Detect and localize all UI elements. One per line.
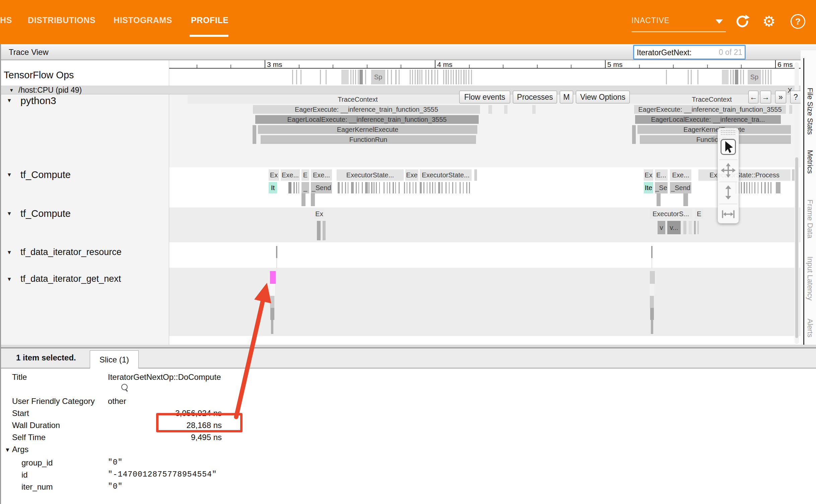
trace-event-stripe[interactable] bbox=[683, 221, 686, 234]
trace-event-stripe[interactable] bbox=[410, 70, 411, 84]
trace-event-stripe[interactable]: Sp bbox=[748, 70, 761, 84]
trace-event-stripe[interactable] bbox=[425, 70, 426, 84]
collapse-triangle-icon[interactable]: ▾ bbox=[8, 275, 11, 283]
scrollbar-thumb[interactable] bbox=[795, 157, 798, 338]
toolbar-button-view-options[interactable]: View Options bbox=[576, 91, 630, 103]
trace-slice[interactable]: It bbox=[269, 182, 277, 193]
trace-slice[interactable]: v bbox=[658, 221, 665, 234]
trace-event-stripe[interactable] bbox=[395, 70, 397, 84]
trace-event-stripe[interactable] bbox=[288, 182, 291, 193]
trace-event-stripe[interactable] bbox=[730, 70, 731, 84]
trace-event-stripe[interactable] bbox=[415, 70, 416, 84]
trace-slice[interactable]: Exe bbox=[405, 169, 418, 181]
trace-event-stripe[interactable] bbox=[770, 70, 771, 84]
trace-event-stripe[interactable] bbox=[353, 70, 354, 84]
trace-event-stripe[interactable] bbox=[735, 70, 738, 84]
trace-slice[interactable]: _ bbox=[301, 182, 309, 193]
trace-slice[interactable] bbox=[271, 320, 273, 334]
trace-slice[interactable]: Exe... bbox=[311, 169, 332, 181]
trace-event-stripe[interactable] bbox=[395, 182, 396, 193]
trace-slice[interactable] bbox=[651, 246, 653, 258]
trace-event-stripe[interactable] bbox=[348, 182, 348, 193]
prev-match-button[interactable]: ← bbox=[748, 91, 758, 103]
trace-event-stripe[interactable] bbox=[432, 182, 433, 193]
palette-drag-handle-icon[interactable] bbox=[721, 130, 736, 136]
trace-slice[interactable]: Ex bbox=[314, 209, 324, 219]
trace-event-stripe[interactable] bbox=[368, 182, 369, 193]
trace-event-stripe[interactable] bbox=[452, 182, 453, 193]
trace-event-stripe[interactable] bbox=[393, 182, 394, 193]
trace-event-stripe[interactable] bbox=[764, 182, 766, 193]
trace-slice[interactable]: EagerKernelExecute bbox=[637, 125, 791, 134]
trace-event-stripe[interactable] bbox=[761, 182, 762, 193]
trace-event-stripe[interactable] bbox=[754, 182, 755, 193]
tab-slice[interactable]: Slice (1) bbox=[90, 350, 139, 369]
trace-event-stripe[interactable] bbox=[384, 182, 385, 193]
trace-event-stripe[interactable] bbox=[420, 182, 422, 193]
trace-event-stripe[interactable] bbox=[448, 70, 449, 84]
trace-slice[interactable] bbox=[504, 105, 507, 114]
trace-slice[interactable]: ExecutorState... bbox=[420, 169, 472, 181]
trace-event-stripe[interactable] bbox=[409, 182, 410, 193]
trace-slice[interactable]: E bbox=[301, 169, 309, 181]
trace-event-stripe[interactable] bbox=[421, 70, 422, 84]
trace-event-stripe[interactable] bbox=[453, 70, 454, 84]
trace-slice[interactable] bbox=[632, 125, 636, 144]
trace-slice[interactable]: EagerKernelExecute bbox=[258, 125, 477, 134]
trace-event-stripe[interactable] bbox=[461, 70, 462, 84]
trace-slice[interactable] bbox=[657, 193, 661, 206]
trace-slice[interactable] bbox=[650, 308, 654, 320]
trace-event-stripe[interactable] bbox=[733, 70, 734, 84]
trace-event-stripe[interactable] bbox=[399, 70, 400, 84]
trace-event-stripe[interactable] bbox=[458, 70, 459, 84]
vertical-scrollbar[interactable] bbox=[795, 62, 799, 344]
trace-event-stripe[interactable] bbox=[365, 182, 368, 193]
trace-event-stripe[interactable] bbox=[691, 70, 692, 84]
trace-event-stripe[interactable]: Sp bbox=[371, 70, 385, 84]
trace-slice[interactable] bbox=[650, 296, 654, 308]
trace-event-stripe[interactable] bbox=[298, 182, 299, 193]
trace-event-stripe[interactable] bbox=[342, 182, 343, 193]
run-selector[interactable]: INACTIVE bbox=[631, 16, 670, 25]
trace-event-stripe[interactable] bbox=[446, 70, 447, 84]
trace-event-stripe[interactable] bbox=[371, 182, 372, 193]
sidebar-tab-file-size-stats[interactable]: File Size Stats bbox=[806, 88, 814, 135]
trace-slice[interactable] bbox=[652, 258, 652, 268]
zoom-tool-button[interactable] bbox=[718, 182, 739, 203]
trace-slice[interactable]: _Send bbox=[670, 182, 691, 193]
trace-event-stripe[interactable] bbox=[746, 182, 747, 193]
collapse-triangle-icon[interactable]: ▼ bbox=[5, 447, 10, 453]
trace-event-stripe[interactable] bbox=[451, 70, 452, 84]
trace-slice[interactable] bbox=[276, 258, 277, 268]
trace-event-stripe[interactable] bbox=[362, 182, 363, 193]
chevron-down-icon[interactable] bbox=[716, 19, 723, 24]
trace-event-stripe[interactable] bbox=[326, 70, 327, 84]
trace-event-stripe[interactable] bbox=[437, 70, 438, 84]
trace-event-stripe[interactable] bbox=[456, 70, 457, 84]
trace-event-stripe[interactable] bbox=[296, 70, 297, 84]
trace-event-stripe[interactable] bbox=[387, 70, 388, 84]
trace-event-stripe[interactable] bbox=[338, 182, 340, 193]
next-match-button[interactable]: → bbox=[760, 91, 771, 103]
trace-event-stripe[interactable] bbox=[435, 182, 435, 193]
trace-event-stripe[interactable] bbox=[466, 70, 467, 84]
trace-event-stripe[interactable] bbox=[358, 70, 359, 84]
trace-slice[interactable]: ExecutorS... bbox=[650, 209, 692, 219]
trace-slice[interactable] bbox=[276, 246, 277, 258]
trace-event-stripe[interactable] bbox=[722, 70, 729, 84]
trace-slice[interactable]: E... bbox=[655, 169, 668, 181]
trace-slice[interactable]: ExecutorState... bbox=[337, 169, 404, 181]
trace-event-stripe[interactable] bbox=[438, 182, 440, 193]
trace-event-stripe[interactable] bbox=[694, 221, 696, 234]
trace-slice[interactable] bbox=[317, 221, 321, 240]
trace-slice[interactable] bbox=[270, 308, 274, 320]
toolbar-button-m[interactable]: M bbox=[560, 91, 573, 103]
trace-help-button[interactable]: ? bbox=[790, 91, 801, 103]
trace-event-stripe[interactable] bbox=[434, 70, 435, 84]
trace-event-stripe[interactable] bbox=[428, 70, 429, 84]
trace-event-stripe[interactable] bbox=[463, 182, 464, 193]
trace-slice[interactable] bbox=[474, 169, 477, 181]
trace-slice[interactable]: Exe... bbox=[670, 169, 691, 181]
trace-slice[interactable] bbox=[270, 284, 275, 296]
sidebar-tab-frame-data[interactable]: Frame Data bbox=[806, 199, 814, 238]
